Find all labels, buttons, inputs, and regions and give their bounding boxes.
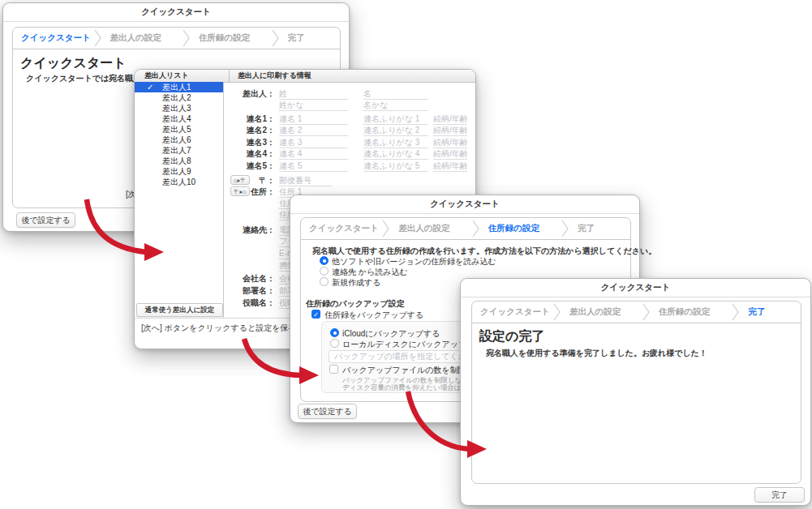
joint3-name-field[interactable]: 連名 3 — [279, 137, 348, 148]
backup-section-title: 住所録のバックアップ設定 — [306, 298, 405, 310]
completion-heading: 設定の完了 — [479, 328, 544, 345]
check-icon: ✓ — [313, 310, 319, 319]
postal-label: 〒： — [251, 175, 275, 186]
list-item-sender[interactable]: 差出人6 — [135, 135, 223, 145]
list-item-sender[interactable]: 差出人3 — [135, 103, 223, 113]
joint2-name-field[interactable]: 連名 2 — [279, 125, 348, 136]
joint3-label: 連名3： — [218, 137, 275, 148]
joint4-name-field[interactable]: 連名 4 — [279, 148, 348, 160]
sender-list-header: 差出人リスト — [135, 70, 230, 82]
joint2-kana-field[interactable]: 連名ふりがな 2 — [363, 125, 428, 136]
instruction-text: 宛名職人で使用する住所録の作成を行います。作成方法を以下の方法から選択してくださ… — [312, 246, 656, 257]
step-quickstart[interactable]: クイックスタート — [13, 28, 94, 49]
first-kana-field[interactable]: 名かな — [363, 100, 428, 111]
quick-start-flow: クイックスタート クイックスタート 差出人の設定 住所録の設定 完了 クイックス… — [0, 0, 812, 509]
radio-label[interactable]: 連絡先 から読み込む — [332, 267, 408, 278]
joint3-relation-field[interactable]: 続柄/年齢 — [433, 137, 467, 148]
step-sender-settings[interactable]: 差出人の設定 — [561, 302, 642, 323]
joint1-kana-field[interactable]: 連名ふりがな 1 — [363, 113, 428, 125]
joint5-kana-field[interactable]: 連名ふりがな 5 — [363, 160, 428, 172]
list-item-sender[interactable]: 差出人10 — [135, 177, 223, 187]
list-item-sender[interactable]: ✓ 差出人1 — [135, 82, 223, 92]
set-default-sender-button[interactable]: 通常使う差出人に設定 — [136, 303, 223, 317]
list-item-sender[interactable]: 差出人7 — [135, 145, 223, 156]
joint4-label: 連名4： — [218, 148, 275, 159]
joint4-kana-field[interactable]: 連名ふりがな 4 — [363, 148, 428, 160]
page-title: クイックスタート — [20, 55, 127, 72]
limit-backup-files-checkbox[interactable] — [329, 365, 338, 374]
window-title: クイックスタート — [3, 3, 349, 22]
step-addressbook-settings[interactable]: 住所録の設定 — [480, 218, 561, 239]
step-addressbook-settings[interactable]: 住所録の設定 — [651, 302, 732, 323]
step-quickstart[interactable]: クイックスタート — [472, 302, 553, 323]
chevron-right-icon — [382, 218, 390, 239]
chevron-right-icon — [561, 218, 569, 239]
radio-label[interactable]: iCloudにバックアップする — [342, 328, 440, 340]
home-to-postal-lookup-button[interactable]: ⌂▸〒 — [230, 175, 250, 185]
contact-label: 連絡先： — [218, 225, 275, 235]
check-icon: ✓ — [147, 82, 153, 92]
column-headers: 差出人リスト 差出人に印刷する情報 — [135, 70, 475, 83]
sender-list: ✓ 差出人1 差出人2 差出人3 差出人4 差出人5 差出人6 差出人7 差出人… — [135, 82, 224, 318]
joint2-relation-field[interactable]: 続柄/年齢 — [433, 125, 467, 136]
list-item-sender[interactable]: 差出人5 — [135, 124, 223, 135]
joint1-name-field[interactable]: 連名 1 — [279, 113, 348, 125]
wizard-steps: クイックスタート 差出人の設定 住所録の設定 完了 — [301, 218, 630, 240]
wizard-steps: クイックスタート 差出人の設定 住所録の設定 完了 — [472, 302, 801, 323]
joint2-label: 連名2： — [218, 125, 275, 135]
postal-to-home-lookup-button[interactable]: 〒▸⌂ — [230, 186, 250, 196]
chevron-right-icon — [472, 218, 480, 239]
completion-text: 宛名職人を使用する準備を完了しました。お疲れ様でした！ — [486, 348, 707, 359]
step-quickstart[interactable]: クイックスタート — [301, 218, 382, 239]
radio-icloud-backup[interactable] — [330, 328, 339, 337]
done-button[interactable]: 完了 — [754, 487, 805, 503]
radio-label[interactable]: 他ソフトや旧バージョンの住所録を読み込む — [332, 256, 496, 267]
joint1-label: 連名1： — [218, 113, 275, 124]
joint4-relation-field[interactable]: 続柄/年齢 — [433, 148, 467, 160]
chevron-right-icon — [553, 302, 561, 323]
list-item-sender[interactable]: 差出人8 — [135, 156, 223, 166]
chevron-right-icon — [183, 28, 191, 49]
list-item-sender[interactable]: 差出人9 — [135, 166, 223, 177]
joint5-name-field[interactable]: 連名 5 — [279, 160, 348, 172]
address-label: 住所： — [251, 186, 275, 197]
radio-local-disk-backup[interactable] — [330, 339, 339, 348]
chevron-right-icon — [272, 28, 280, 49]
joint5-label: 連名5： — [218, 160, 275, 171]
window-title: クイックスタート — [461, 279, 810, 297]
radio-import-other-software[interactable] — [320, 256, 329, 265]
joint1-relation-field[interactable]: 続柄/年齢 — [433, 113, 467, 125]
set-later-button[interactable]: 後で設定する — [298, 404, 357, 419]
set-later-button[interactable]: 後で設定する — [16, 212, 75, 228]
list-item-sender[interactable]: 差出人4 — [135, 113, 223, 124]
step-done[interactable]: 完了 — [569, 218, 630, 239]
step-done[interactable]: 完了 — [280, 28, 340, 49]
backup-checkbox-label[interactable]: 住所録をバックアップする — [324, 310, 423, 321]
first-name-field[interactable]: 名 — [363, 88, 428, 100]
step-sender-settings[interactable]: 差出人の設定 — [102, 28, 183, 49]
job-title-label: 役職名： — [218, 297, 275, 308]
last-name-field[interactable]: 姓 — [279, 88, 348, 100]
backup-checkbox[interactable]: ✓ — [311, 310, 320, 319]
chevron-right-icon — [732, 302, 740, 323]
radio-import-contacts[interactable] — [320, 267, 329, 276]
last-kana-field[interactable]: 姓かな — [279, 100, 348, 111]
joint3-kana-field[interactable]: 連名ふりがな 3 — [363, 137, 428, 148]
chevron-right-icon — [94, 28, 102, 49]
step-done[interactable]: 完了 — [740, 302, 801, 323]
step-addressbook-settings[interactable]: 住所録の設定 — [191, 28, 272, 49]
chevron-right-icon — [642, 302, 651, 323]
sender-field-label: 差出人： — [218, 88, 275, 99]
step-sender-settings[interactable]: 差出人の設定 — [390, 218, 471, 239]
joint5-relation-field[interactable]: 続柄/年齢 — [433, 160, 467, 172]
radio-label[interactable]: 新規作成する — [332, 277, 380, 289]
department-label: 部署名： — [218, 285, 275, 296]
radio-create-new[interactable] — [320, 277, 329, 286]
print-info-header: 差出人に印刷する情報 — [230, 70, 311, 82]
wizard-steps: クイックスタート 差出人の設定 住所録の設定 完了 — [13, 28, 340, 49]
list-item-sender[interactable]: 差出人2 — [135, 92, 223, 103]
window-done: クイックスタート クイックスタート 差出人の設定 住所録の設定 完了 設定の完了… — [460, 278, 811, 506]
window-title: クイックスタート — [290, 195, 639, 214]
postal-code-field[interactable]: 郵便番号 — [279, 175, 332, 186]
company-label: 会社名： — [218, 273, 275, 284]
